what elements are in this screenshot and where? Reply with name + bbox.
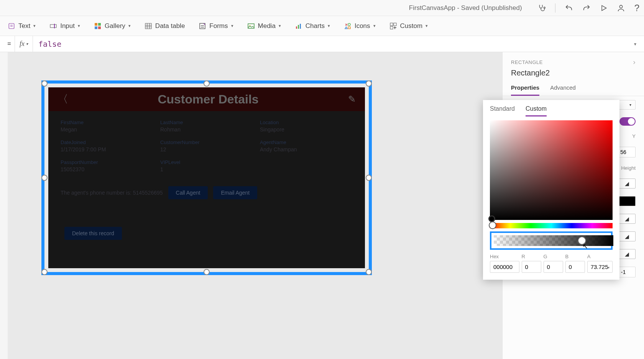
- svg-rect-21: [300, 24, 301, 29]
- gallery-icon: [94, 22, 102, 30]
- canvas[interactable]: 〈 Customer Details ✎ FirstNameMegan Last…: [8, 52, 502, 359]
- agent-row: The agent's phone number is: 5145526695 …: [48, 175, 365, 203]
- field-label: Location: [260, 120, 353, 125]
- svg-point-0: [544, 7, 545, 8]
- resize-handle[interactable]: [41, 175, 48, 181]
- equals-label: =: [4, 36, 15, 52]
- paint-icon: ◢: [625, 233, 629, 239]
- tab-standard[interactable]: Standard: [490, 105, 515, 116]
- a-input[interactable]: [587, 261, 613, 273]
- text-icon: [8, 22, 15, 30]
- formula-bar: = fx▾ ▾: [0, 36, 644, 52]
- help-icon[interactable]: ?: [634, 3, 639, 13]
- chevron-down-icon: ▾: [328, 23, 330, 28]
- visible-toggle[interactable]: [619, 117, 636, 126]
- alpha-slider[interactable]: ↖: [494, 235, 613, 246]
- ribbon-charts[interactable]: Charts▾: [295, 22, 330, 30]
- resize-handle[interactable]: [366, 269, 372, 275]
- paint-icon: ◢: [625, 216, 629, 222]
- resize-handle[interactable]: [204, 80, 210, 87]
- media-icon: [247, 22, 255, 30]
- resize-handle[interactable]: [41, 269, 48, 275]
- r-input[interactable]: [522, 261, 541, 273]
- resize-handle[interactable]: [366, 80, 372, 87]
- fill-swatch[interactable]: ◢: [618, 179, 636, 189]
- ribbon: Text▾ Input▾ Gallery▾ Data table Forms▾ …: [0, 16, 644, 36]
- hue-thumb[interactable]: [489, 221, 496, 229]
- field-label: VIPLevel: [160, 159, 253, 165]
- alpha-thumb[interactable]: [578, 236, 586, 245]
- saturation-value-area[interactable]: [490, 120, 613, 220]
- hue-slider[interactable]: [490, 223, 613, 228]
- svg-rect-25: [394, 23, 396, 26]
- forms-icon: [199, 22, 206, 30]
- ribbon-data-table[interactable]: Data table: [145, 22, 185, 30]
- back-icon[interactable]: 〈: [58, 92, 68, 107]
- undo-icon[interactable]: [565, 4, 573, 12]
- resize-handle[interactable]: [41, 80, 48, 87]
- svg-rect-26: [390, 26, 393, 29]
- user-icon[interactable]: [617, 4, 625, 12]
- fx-dropdown[interactable]: fx▾: [15, 36, 33, 52]
- chevron-down-icon: ▾: [279, 23, 281, 28]
- pressed-fill-swatch[interactable]: ◢: [618, 249, 636, 259]
- divider: [555, 3, 555, 13]
- g-input[interactable]: [544, 261, 563, 273]
- svg-point-22: [348, 23, 350, 26]
- agent-phone-text: The agent's phone number is: 5145526695: [61, 190, 163, 196]
- fill-swatch-black[interactable]: [618, 196, 636, 206]
- svg-rect-5: [95, 23, 97, 26]
- app-title: FirstCanvasApp - Saved (Unpublished): [409, 4, 522, 12]
- hex-label: Hex: [490, 254, 519, 259]
- ribbon-text[interactable]: Text▾: [8, 22, 36, 30]
- border-swatch[interactable]: ◢: [618, 214, 636, 224]
- ribbon-gallery[interactable]: Gallery▾: [94, 22, 131, 30]
- svg-rect-23: [348, 27, 350, 29]
- svg-rect-2: [9, 23, 14, 29]
- ribbon-custom[interactable]: Custom▾: [389, 22, 428, 30]
- formula-input[interactable]: [33, 36, 630, 52]
- call-agent-button[interactable]: Call Agent: [168, 186, 208, 199]
- a-label: A: [587, 254, 613, 259]
- tab-custom[interactable]: Custom: [526, 105, 547, 116]
- redo-icon[interactable]: [582, 4, 591, 12]
- alpha-slider-focus: ↖: [490, 231, 613, 250]
- title-bar: FirstCanvasApp - Saved (Unpublished) ?: [0, 0, 644, 16]
- table-icon: [145, 22, 152, 30]
- ribbon-media[interactable]: Media▾: [247, 22, 281, 30]
- stethoscope-icon[interactable]: [537, 4, 546, 12]
- field-value: Singapore: [260, 126, 353, 133]
- b-input[interactable]: [565, 261, 585, 273]
- color-picker: Standard Custom ↖ Hex R G B A: [483, 100, 619, 280]
- g-label: G: [544, 254, 563, 259]
- field-value: 1/17/2019 7:00 PM: [61, 146, 153, 152]
- ribbon-icons[interactable]: Icons▾: [344, 22, 376, 30]
- ribbon-input[interactable]: Input▾: [49, 22, 80, 30]
- tab-properties[interactable]: Properties: [511, 82, 539, 96]
- chevron-down-icon: ▾: [128, 23, 131, 28]
- ribbon-forms[interactable]: Forms▾: [199, 22, 233, 30]
- chevron-down-icon: ▾: [629, 103, 631, 107]
- field-value: 15052370: [61, 166, 153, 172]
- edit-icon[interactable]: ✎: [348, 94, 356, 105]
- hover-fill-swatch[interactable]: ◢: [618, 231, 636, 241]
- chevron-right-icon[interactable]: ›: [633, 58, 636, 66]
- resize-handle[interactable]: [366, 175, 372, 181]
- app-screen: 〈 Customer Details ✎ FirstNameMegan Last…: [48, 87, 365, 268]
- resize-handle[interactable]: [204, 269, 210, 275]
- tab-advanced[interactable]: Advanced: [550, 82, 576, 96]
- custom-icon: [389, 22, 397, 30]
- hex-input[interactable]: [490, 261, 519, 273]
- svg-rect-3: [50, 25, 56, 28]
- delete-record-button[interactable]: Delete this record: [64, 227, 122, 240]
- r-label: R: [522, 254, 541, 259]
- expand-formula-icon[interactable]: ▾: [630, 36, 640, 52]
- fields-grid: FirstNameMegan LastNameRohman LocationSi…: [48, 111, 365, 175]
- field-label: DateJoined: [61, 139, 153, 145]
- email-agent-button[interactable]: Email Agent: [213, 186, 257, 199]
- play-icon[interactable]: [600, 4, 608, 12]
- selection-frame[interactable]: 〈 Customer Details ✎ FirstNameMegan Last…: [41, 80, 372, 275]
- height-label: Height: [621, 165, 636, 171]
- charts-icon: [295, 22, 302, 30]
- svg-rect-17: [248, 24, 254, 28]
